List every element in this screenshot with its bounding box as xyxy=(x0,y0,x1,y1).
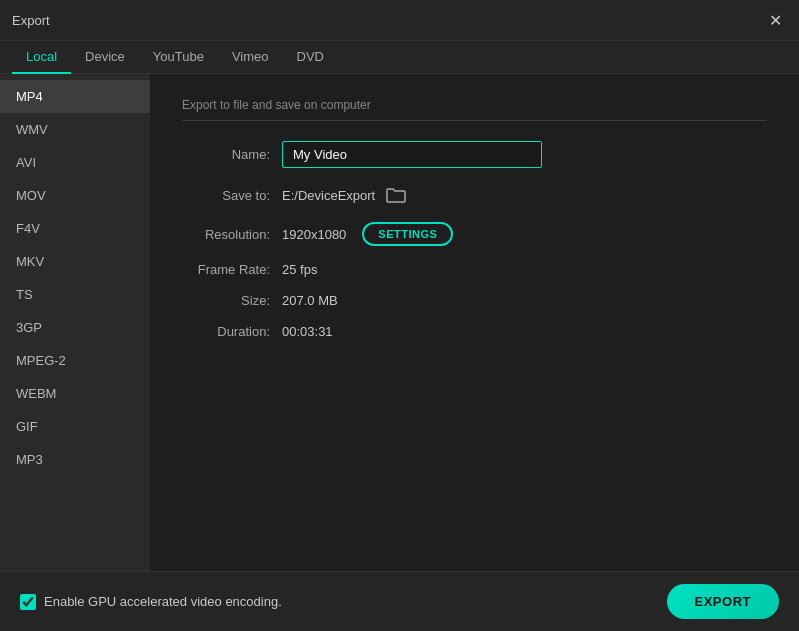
gpu-label: Enable GPU accelerated video encoding. xyxy=(44,594,282,609)
tab-vimeo[interactable]: Vimeo xyxy=(218,41,283,74)
size-label: Size: xyxy=(182,293,282,308)
saveto-value: E:/DeviceExport xyxy=(282,188,375,203)
folder-icon[interactable] xyxy=(383,184,409,206)
format-ts[interactable]: TS xyxy=(0,278,150,311)
resolution-label: Resolution: xyxy=(182,227,282,242)
name-label: Name: xyxy=(182,147,282,162)
export-subtitle: Export to file and save on computer xyxy=(182,98,767,121)
export-panel: Export to file and save on computer Name… xyxy=(150,74,799,571)
format-webm[interactable]: WEBM xyxy=(0,377,150,410)
name-row: Name: xyxy=(182,141,767,168)
framerate-label: Frame Rate: xyxy=(182,262,282,277)
tab-local[interactable]: Local xyxy=(12,41,71,74)
saveto-row: Save to: E:/DeviceExport xyxy=(182,184,767,206)
gpu-area: Enable GPU accelerated video encoding. xyxy=(20,594,282,610)
bottom-bar: Enable GPU accelerated video encoding. E… xyxy=(0,571,799,631)
framerate-row: Frame Rate: 25 fps xyxy=(182,262,767,277)
main-content: MP4 WMV AVI MOV F4V MKV TS 3GP MPEG-2 WE… xyxy=(0,74,799,571)
duration-label: Duration: xyxy=(182,324,282,339)
window-title: Export xyxy=(12,13,50,28)
format-mkv[interactable]: MKV xyxy=(0,245,150,278)
framerate-value: 25 fps xyxy=(282,262,317,277)
resolution-row: Resolution: 1920x1080 SETTINGS xyxy=(182,222,767,246)
export-button[interactable]: EXPORT xyxy=(667,584,779,619)
duration-value: 00:03:31 xyxy=(282,324,333,339)
format-mp3[interactable]: MP3 xyxy=(0,443,150,476)
tabs-bar: Local Device YouTube Vimeo DVD xyxy=(0,41,799,74)
resolution-value: 1920x1080 xyxy=(282,227,346,242)
format-3gp[interactable]: 3GP xyxy=(0,311,150,344)
saveto-container: E:/DeviceExport xyxy=(282,184,409,206)
gpu-checkbox[interactable] xyxy=(20,594,36,610)
size-row: Size: 207.0 MB xyxy=(182,293,767,308)
size-value: 207.0 MB xyxy=(282,293,338,308)
tab-youtube[interactable]: YouTube xyxy=(139,41,218,74)
format-mov[interactable]: MOV xyxy=(0,179,150,212)
tab-device[interactable]: Device xyxy=(71,41,139,74)
tab-dvd[interactable]: DVD xyxy=(283,41,338,74)
format-mp4[interactable]: MP4 xyxy=(0,80,150,113)
format-wmv[interactable]: WMV xyxy=(0,113,150,146)
format-avi[interactable]: AVI xyxy=(0,146,150,179)
format-mpeg2[interactable]: MPEG-2 xyxy=(0,344,150,377)
duration-row: Duration: 00:03:31 xyxy=(182,324,767,339)
format-list: MP4 WMV AVI MOV F4V MKV TS 3GP MPEG-2 WE… xyxy=(0,74,150,571)
name-input[interactable] xyxy=(282,141,542,168)
format-gif[interactable]: GIF xyxy=(0,410,150,443)
title-bar: Export ✕ xyxy=(0,0,799,41)
format-f4v[interactable]: F4V xyxy=(0,212,150,245)
settings-button[interactable]: SETTINGS xyxy=(362,222,453,246)
saveto-label: Save to: xyxy=(182,188,282,203)
close-button[interactable]: ✕ xyxy=(763,8,787,32)
